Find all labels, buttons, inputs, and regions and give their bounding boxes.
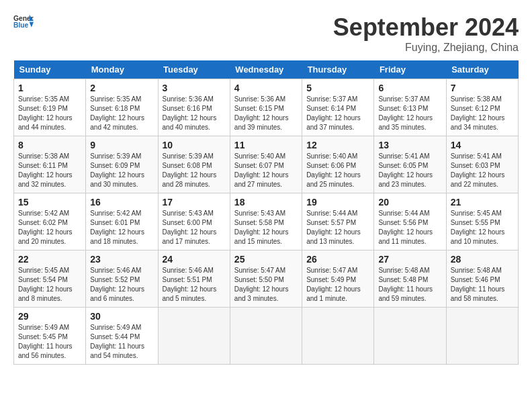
col-monday: Monday	[86, 60, 158, 79]
table-row	[302, 308, 374, 365]
table-row: 20 Sunrise: 5:44 AM Sunset: 5:56 PM Dayl…	[374, 193, 446, 250]
calendar-week-4: 22 Sunrise: 5:45 AM Sunset: 5:54 PM Dayl…	[14, 250, 519, 308]
table-row: 10 Sunrise: 5:39 AM Sunset: 6:08 PM Dayl…	[158, 136, 230, 193]
table-row: 30 Sunrise: 5:49 AM Sunset: 5:44 PM Dayl…	[86, 308, 158, 365]
table-row: 29 Sunrise: 5:49 AM Sunset: 5:45 PM Dayl…	[14, 308, 86, 365]
col-wednesday: Wednesday	[230, 60, 302, 79]
table-row: 28 Sunrise: 5:48 AM Sunset: 5:46 PM Dayl…	[446, 250, 518, 308]
table-row: 1 Sunrise: 5:35 AM Sunset: 6:19 PM Dayli…	[14, 79, 86, 136]
calendar-week-5: 29 Sunrise: 5:49 AM Sunset: 5:45 PM Dayl…	[14, 308, 519, 365]
col-friday: Friday	[374, 60, 446, 79]
header-row: Sunday Monday Tuesday Wednesday Thursday…	[14, 60, 519, 79]
col-tuesday: Tuesday	[158, 60, 230, 79]
table-row: 3 Sunrise: 5:36 AM Sunset: 6:16 PM Dayli…	[158, 79, 230, 136]
table-row: 13 Sunrise: 5:41 AM Sunset: 6:05 PM Dayl…	[374, 136, 446, 193]
table-row: 12 Sunrise: 5:40 AM Sunset: 6:06 PM Dayl…	[302, 136, 374, 193]
table-row: 23 Sunrise: 5:46 AM Sunset: 5:52 PM Dayl…	[86, 250, 158, 308]
table-row: 17 Sunrise: 5:43 AM Sunset: 6:00 PM Dayl…	[158, 193, 230, 250]
table-row	[374, 308, 446, 365]
calendar-week-3: 15 Sunrise: 5:42 AM Sunset: 6:02 PM Dayl…	[14, 193, 519, 250]
table-row: 22 Sunrise: 5:45 AM Sunset: 5:54 PM Dayl…	[14, 250, 86, 308]
table-row: 4 Sunrise: 5:36 AM Sunset: 6:15 PM Dayli…	[230, 79, 302, 136]
col-thursday: Thursday	[302, 60, 374, 79]
table-row: 25 Sunrise: 5:47 AM Sunset: 5:50 PM Dayl…	[230, 250, 302, 308]
table-row: 9 Sunrise: 5:39 AM Sunset: 6:09 PM Dayli…	[86, 136, 158, 193]
location-title: Fuying, Zhejiang, China	[333, 42, 519, 54]
table-row: 5 Sunrise: 5:37 AM Sunset: 6:14 PM Dayli…	[302, 79, 374, 136]
logo-icon: General Blue	[13, 13, 34, 30]
svg-marker-3	[30, 22, 34, 28]
svg-text:Blue: Blue	[13, 21, 29, 29]
table-row: 24 Sunrise: 5:46 AM Sunset: 5:51 PM Dayl…	[158, 250, 230, 308]
month-title: September 2024	[333, 13, 519, 42]
table-row: 14 Sunrise: 5:41 AM Sunset: 6:03 PM Dayl…	[446, 136, 518, 193]
table-row: 21 Sunrise: 5:45 AM Sunset: 5:55 PM Dayl…	[446, 193, 518, 250]
table-row: 8 Sunrise: 5:38 AM Sunset: 6:11 PM Dayli…	[14, 136, 86, 193]
page-header: General Blue September 2024 Fuying, Zhej…	[13, 13, 519, 54]
logo: General Blue	[13, 13, 34, 30]
table-row: 16 Sunrise: 5:42 AM Sunset: 6:01 PM Dayl…	[86, 193, 158, 250]
table-row	[446, 308, 518, 365]
table-row: 18 Sunrise: 5:43 AM Sunset: 5:58 PM Dayl…	[230, 193, 302, 250]
table-row: 2 Sunrise: 5:35 AM Sunset: 6:18 PM Dayli…	[86, 79, 158, 136]
calendar-week-2: 8 Sunrise: 5:38 AM Sunset: 6:11 PM Dayli…	[14, 136, 519, 193]
title-block: September 2024 Fuying, Zhejiang, China	[333, 13, 519, 54]
table-row: 19 Sunrise: 5:44 AM Sunset: 5:57 PM Dayl…	[302, 193, 374, 250]
table-row	[230, 308, 302, 365]
table-row: 6 Sunrise: 5:37 AM Sunset: 6:13 PM Dayli…	[374, 79, 446, 136]
col-saturday: Saturday	[446, 60, 518, 79]
table-row: 26 Sunrise: 5:47 AM Sunset: 5:49 PM Dayl…	[302, 250, 374, 308]
table-row: 27 Sunrise: 5:48 AM Sunset: 5:48 PM Dayl…	[374, 250, 446, 308]
table-row: 15 Sunrise: 5:42 AM Sunset: 6:02 PM Dayl…	[14, 193, 86, 250]
table-row: 11 Sunrise: 5:40 AM Sunset: 6:07 PM Dayl…	[230, 136, 302, 193]
calendar-week-1: 1 Sunrise: 5:35 AM Sunset: 6:19 PM Dayli…	[14, 79, 519, 136]
calendar-table: Sunday Monday Tuesday Wednesday Thursday…	[13, 60, 519, 365]
col-sunday: Sunday	[14, 60, 86, 79]
table-row: 7 Sunrise: 5:38 AM Sunset: 6:12 PM Dayli…	[446, 79, 518, 136]
table-row	[158, 308, 230, 365]
